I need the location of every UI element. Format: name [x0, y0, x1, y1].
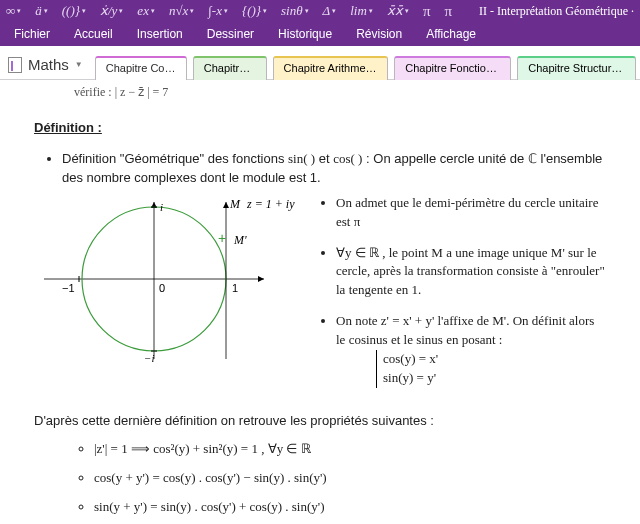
- eq-exp-dropdown[interactable]: ex▾: [137, 3, 155, 19]
- page-canvas[interactable]: vérifie : | z − z̄ | = 7 Définition : Dé…: [0, 80, 640, 524]
- menu-historique[interactable]: Historique: [266, 23, 344, 45]
- menu-insertion[interactable]: Insertion: [125, 23, 195, 45]
- diag-label-0: 0: [159, 282, 165, 294]
- menu-affichage[interactable]: Affichage: [414, 23, 488, 45]
- eq-integral-dropdown[interactable]: ∫-x▾: [208, 3, 228, 19]
- properties-block: D'après cette dernière définition on ret…: [34, 412, 606, 517]
- menu-fichier[interactable]: Fichier: [2, 23, 62, 45]
- diagram-side-notes: On admet que le demi-périmètre du cercle…: [336, 194, 606, 400]
- eq-accent-dropdown[interactable]: ä▾: [35, 3, 48, 19]
- definition-heading: Définition :: [34, 119, 606, 138]
- eq-infinity-dropdown[interactable]: ∞▾: [6, 3, 21, 19]
- diagram-row: M z = 1 + iy + M' −1 1 0 i −i On admet q…: [34, 194, 606, 400]
- tab-chapitre-complexe[interactable]: Chapitre Complexe: [95, 56, 187, 80]
- eq-root-dropdown[interactable]: n√x▾: [169, 3, 194, 19]
- previous-line-fragment: vérifie : | z − z̄ | = 7: [74, 84, 606, 101]
- tab-chapitre-suite[interactable]: Chapitre Suite: [193, 56, 267, 80]
- eq-delta-dropdown[interactable]: Δ▾: [323, 3, 337, 19]
- properties-intro: D'après cette dernière définition on ret…: [34, 412, 606, 431]
- menu-bar: Fichier Accueil Insertion Dessiner Histo…: [0, 22, 640, 46]
- eq-pi-button[interactable]: π: [423, 3, 431, 20]
- side-note-3: On note z' = x' + y' l'affixe de M'. On …: [336, 312, 606, 387]
- eq-lim-dropdown[interactable]: lim▾: [350, 3, 373, 19]
- diag-label-M: M: [229, 197, 241, 211]
- diag-label-Mp: M': [233, 233, 247, 247]
- section-tab-bar: Maths ▼ Chapitre Complexe Chapitre Suite…: [0, 46, 640, 80]
- eq-trig-dropdown[interactable]: sinθ▾: [281, 3, 309, 19]
- diag-label-zeq: z = 1 + iy: [246, 197, 295, 211]
- notebook-name: Maths: [28, 56, 69, 73]
- notebook-picker[interactable]: Maths ▼: [4, 54, 89, 79]
- svg-text:+: +: [218, 230, 226, 246]
- definition-item-geom: Définition "Géométrique" des fonctions s…: [62, 150, 606, 188]
- eq-frac-dropdown[interactable]: ẋ/y▾: [100, 3, 123, 19]
- window-title: II - Interprétation Géométrique ·: [479, 4, 634, 19]
- diag-label-1: 1: [232, 282, 238, 294]
- eq-braces-dropdown[interactable]: {()}▾: [242, 3, 267, 19]
- property-1: |z'| = 1 ⟹ cos²(y) + sin²(y) = 1 , ∀y ∈ …: [94, 440, 606, 459]
- property-3: sin(y + y') = sin(y) . cos(y') + cos(y) …: [94, 498, 606, 517]
- diag-label-i: i: [160, 201, 163, 213]
- tab-chapitre-structure[interactable]: Chapitre Structure algéb…: [517, 56, 636, 80]
- ribbon: ∞▾ ä▾ (()}▾ ẋ/y▾ ex▾ n√x▾ ∫-x▾ {()}▾ sin…: [0, 0, 640, 46]
- svg-marker-6: [223, 202, 229, 208]
- tab-chapitre-fonctions[interactable]: Chapitre Fonctions réelles: [394, 56, 511, 80]
- side-note-1: On admet que le demi-périmètre du cercle…: [336, 194, 606, 232]
- unit-circle-diagram: M z = 1 + iy + M' −1 1 0 i −i: [34, 194, 304, 400]
- eq-pi-button-2[interactable]: π: [444, 3, 452, 20]
- eq-bar-dropdown[interactable]: x̄x̄▾: [387, 3, 409, 19]
- definition-list: Définition "Géométrique" des fonctions s…: [62, 150, 606, 188]
- equation-toolbar: ∞▾ ä▾ (()}▾ ẋ/y▾ ex▾ n√x▾ ∫-x▾ {()}▾ sin…: [0, 0, 640, 22]
- diag-label-negi: −i: [144, 352, 154, 364]
- svg-marker-1: [258, 276, 264, 282]
- diag-label-neg1: −1: [62, 282, 75, 294]
- menu-dessiner[interactable]: Dessiner: [195, 23, 266, 45]
- menu-accueil[interactable]: Accueil: [62, 23, 125, 45]
- property-2: cos(y + y') = cos(y) . cos(y') − sin(y) …: [94, 469, 606, 488]
- tab-chapitre-arithmetique[interactable]: Chapitre Arithmetique d…: [273, 56, 389, 80]
- notebook-icon: [8, 57, 22, 73]
- menu-revision[interactable]: Révision: [344, 23, 414, 45]
- chevron-down-icon: ▼: [75, 60, 83, 69]
- side-note-2: ∀y ∈ ℝ , le point M a une image unique M…: [336, 244, 606, 301]
- eq-paren-dropdown[interactable]: (()}▾: [62, 3, 86, 19]
